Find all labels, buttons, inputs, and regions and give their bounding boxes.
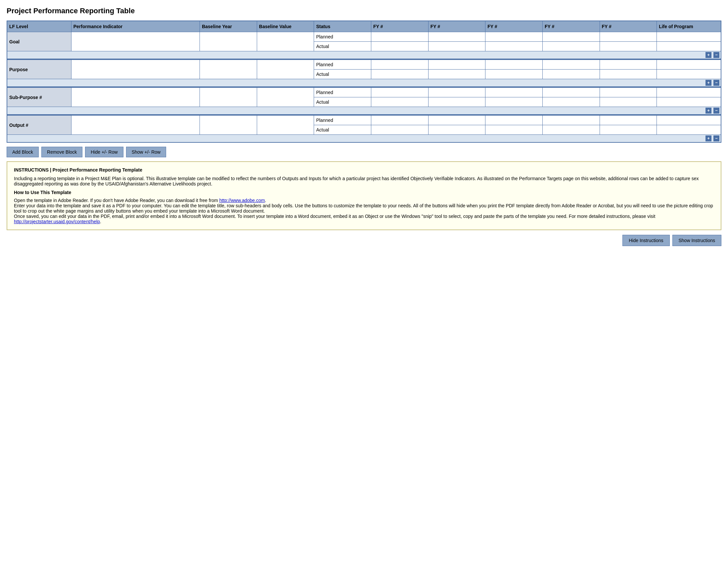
adobe-link[interactable]: http://www.adobe.com (219, 198, 265, 203)
output-plus-minus-cell: + − (7, 135, 721, 143)
goal-lop-actual[interactable] (657, 42, 721, 51)
purpose-plus-button[interactable]: + (705, 80, 711, 86)
subpurpose-lop-planned[interactable] (657, 88, 721, 97)
goal-indicator[interactable] (71, 32, 200, 51)
output-fy1-actual[interactable] (371, 125, 429, 135)
purpose-minus-button[interactable]: − (713, 80, 719, 86)
subpurpose-fy5-actual[interactable] (600, 97, 657, 107)
output-fy2-actual[interactable] (428, 125, 485, 135)
output-baseline-year[interactable] (200, 116, 257, 135)
output-plus-button[interactable]: + (705, 135, 711, 141)
header-baseline-year: Baseline Year (200, 21, 257, 32)
purpose-fy1-planned[interactable] (371, 60, 429, 70)
goal-plus-minus-cell: + − (7, 51, 721, 59)
add-block-button[interactable]: Add Block (7, 147, 39, 157)
purpose-fy3-planned[interactable] (485, 60, 543, 70)
purpose-fy5-planned[interactable] (600, 60, 657, 70)
goal-baseline-value[interactable] (257, 32, 314, 51)
goal-fy3-actual[interactable] (485, 42, 543, 51)
subpurpose-fy4-actual[interactable] (542, 97, 600, 107)
goal-minus-button[interactable]: − (713, 52, 719, 58)
subpurpose-status-actual: Actual (314, 97, 371, 107)
subpurpose-fy4-planned[interactable] (542, 88, 600, 97)
header-fy5: FY # (600, 21, 657, 32)
purpose-fy1-actual[interactable] (371, 70, 429, 79)
subpurpose-fy3-actual[interactable] (485, 97, 543, 107)
header-fy1: FY # (371, 21, 429, 32)
output-fy5-planned[interactable] (600, 116, 657, 125)
output-baseline-value[interactable] (257, 116, 314, 135)
output-lop-planned[interactable] (657, 116, 721, 125)
purpose-plus-minus-cell: + − (7, 79, 721, 87)
lf-level-goal: Goal (7, 32, 71, 51)
action-buttons: Add Block Remove Block Hide +/- Row Show… (7, 147, 721, 157)
output-indicator[interactable] (71, 116, 200, 135)
header-fy3: FY # (485, 21, 543, 32)
subpurpose-indicator[interactable] (71, 88, 200, 107)
remove-block-button[interactable]: Remove Block (41, 147, 82, 157)
subpurpose-fy2-planned[interactable] (428, 88, 485, 97)
subpurpose-fy1-actual[interactable] (371, 97, 429, 107)
header-lop: Life of Program (657, 21, 721, 32)
goal-fy3-planned[interactable] (485, 32, 543, 42)
goal-plus-button[interactable]: + (705, 52, 711, 58)
output-fy3-actual[interactable] (485, 125, 543, 135)
output-fy2-planned[interactable] (428, 116, 485, 125)
instructions-heading: INSTRUCTIONS | Project Performance Repor… (14, 167, 714, 172)
goal-lop-planned[interactable] (657, 32, 721, 42)
header-performance-indicator: Performance Indicator (71, 21, 200, 32)
output-fy4-actual[interactable] (542, 125, 600, 135)
purpose-baseline-value[interactable] (257, 60, 314, 79)
purpose-fy4-actual[interactable] (542, 70, 600, 79)
output-fy1-planned[interactable] (371, 116, 429, 125)
purpose-baseline-year[interactable] (200, 60, 257, 79)
subpurpose-plus-button[interactable]: + (705, 108, 711, 114)
goal-fy1-planned[interactable] (371, 32, 429, 42)
goal-fy5-planned[interactable] (600, 32, 657, 42)
header-lf-level: LF Level (7, 21, 71, 32)
show-row-button[interactable]: Show +/- Row (126, 147, 166, 157)
purpose-plus-minus-row: + − (7, 79, 721, 87)
how-to-heading: How to Use This Template (14, 190, 714, 195)
projectstarter-link[interactable]: http://projectstarter.usaid.gov/content/… (14, 219, 100, 224)
subpurpose-baseline-value[interactable] (257, 88, 314, 107)
output-fy5-actual[interactable] (600, 125, 657, 135)
instructions-para1-text: Open the template in Adobe Reader. If yo… (14, 198, 219, 203)
purpose-fy4-planned[interactable] (542, 60, 600, 70)
hide-instructions-button[interactable]: Hide Instructions (622, 235, 669, 246)
goal-fy4-actual[interactable] (542, 42, 600, 51)
purpose-lop-planned[interactable] (657, 60, 721, 70)
output-fy3-planned[interactable] (485, 116, 543, 125)
subpurpose-minus-button[interactable]: − (713, 108, 719, 114)
subpurpose-fy5-planned[interactable] (600, 88, 657, 97)
subpurpose-fy1-planned[interactable] (371, 88, 429, 97)
instructions-normal-label: Project Performance Reporting Template (53, 167, 142, 172)
output-minus-button[interactable]: − (713, 135, 719, 141)
table-row: Purpose Planned (7, 60, 721, 70)
subpurpose-fy2-actual[interactable] (428, 97, 485, 107)
instructions-para3-after: . (100, 219, 101, 224)
goal-fy2-planned[interactable] (428, 32, 485, 42)
purpose-fy3-actual[interactable] (485, 70, 543, 79)
purpose-lop-actual[interactable] (657, 70, 721, 79)
lf-level-purpose: Purpose (7, 60, 71, 79)
purpose-fy5-actual[interactable] (600, 70, 657, 79)
purpose-fy2-actual[interactable] (428, 70, 485, 79)
subpurpose-fy3-planned[interactable] (485, 88, 543, 97)
goal-fy1-actual[interactable] (371, 42, 429, 51)
subpurpose-lop-actual[interactable] (657, 97, 721, 107)
goal-status-actual: Actual (314, 42, 371, 51)
output-fy4-planned[interactable] (542, 116, 600, 125)
goal-baseline-year[interactable] (200, 32, 257, 51)
purpose-indicator[interactable] (71, 60, 200, 79)
goal-fy4-planned[interactable] (542, 32, 600, 42)
goal-fy2-actual[interactable] (428, 42, 485, 51)
page-title: Project Performance Reporting Table (7, 7, 721, 15)
bottom-buttons: Hide Instructions Show Instructions (7, 235, 721, 246)
output-lop-actual[interactable] (657, 125, 721, 135)
purpose-fy2-planned[interactable] (428, 60, 485, 70)
subpurpose-baseline-year[interactable] (200, 88, 257, 107)
goal-fy5-actual[interactable] (600, 42, 657, 51)
show-instructions-button[interactable]: Show Instructions (672, 235, 722, 246)
hide-row-button[interactable]: Hide +/- Row (85, 147, 123, 157)
